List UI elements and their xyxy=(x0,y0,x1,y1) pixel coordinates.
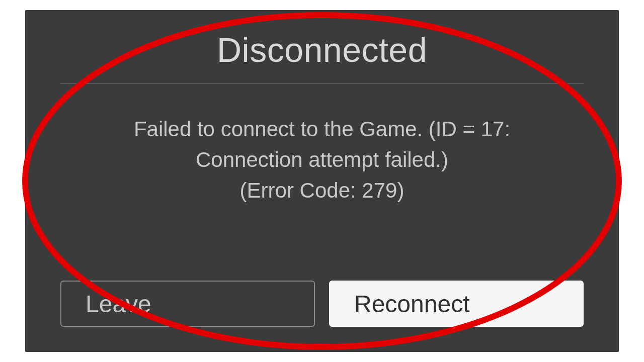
divider xyxy=(60,83,584,84)
disconnect-dialog: Disconnected Failed to connect to the Ga… xyxy=(25,10,619,352)
leave-button[interactable]: Leave xyxy=(60,281,315,327)
reconnect-button[interactable]: Reconnect xyxy=(329,281,584,327)
button-row: Leave Reconnect xyxy=(60,281,584,327)
dialog-title: Disconnected xyxy=(60,30,584,69)
dialog-message: Failed to connect to the Game. (ID = 17:… xyxy=(60,114,584,260)
message-line-2: Connection attempt failed.) xyxy=(196,148,448,171)
message-line-3: (Error Code: 279) xyxy=(240,178,405,202)
message-line-1: Failed to connect to the Game. (ID = 17: xyxy=(134,117,510,141)
